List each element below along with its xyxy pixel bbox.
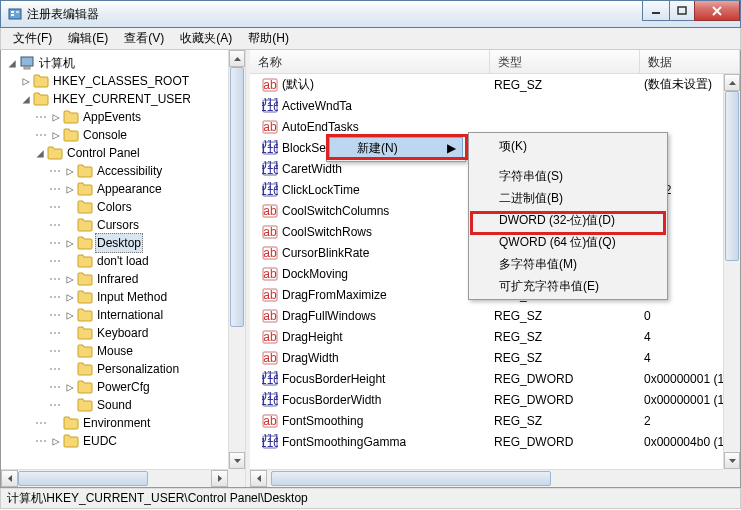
- tree-node[interactable]: ⋯▷EUDC: [5, 432, 245, 450]
- tree-expand-icon[interactable]: ▷: [63, 288, 77, 306]
- tree-expand-icon[interactable]: ▷: [63, 270, 77, 288]
- list-row[interactable]: 011110FontSmoothingGammaREG_DWORD0x00000…: [250, 431, 740, 452]
- svg-rect-3: [16, 11, 19, 13]
- tree-expand-icon[interactable]: ·: [63, 252, 77, 270]
- tree-horizontal-scrollbar[interactable]: [1, 469, 228, 487]
- scroll-up-button[interactable]: [229, 50, 245, 67]
- scroll-thumb[interactable]: [18, 471, 148, 486]
- column-header-name[interactable]: 名称: [250, 50, 490, 73]
- tree-expand-icon[interactable]: ◢: [33, 144, 47, 162]
- menu-edit[interactable]: 编辑(E): [60, 28, 116, 49]
- tree-expand-icon[interactable]: ▷: [63, 162, 77, 180]
- tree-node[interactable]: ⋯▷Console: [5, 126, 245, 144]
- tree-node-root[interactable]: ◢计算机: [5, 54, 245, 72]
- tree-expand-icon[interactable]: ·: [63, 360, 77, 378]
- tree-node-label: Personalization: [95, 360, 181, 378]
- scroll-thumb[interactable]: [230, 67, 244, 327]
- list-row[interactable]: abDragWidthREG_SZ4: [250, 347, 740, 368]
- scroll-down-button[interactable]: [724, 452, 740, 469]
- tree-expand-icon[interactable]: ·: [63, 396, 77, 414]
- tree-node[interactable]: ⋯·Personalization: [5, 360, 245, 378]
- menu-item-qword[interactable]: QWORD (64 位)值(Q): [471, 231, 665, 253]
- tree-node[interactable]: ⋯▷Infrared: [5, 270, 245, 288]
- scroll-track[interactable]: [229, 67, 245, 452]
- tree-expand-icon[interactable]: ·: [63, 198, 77, 216]
- scroll-track[interactable]: [724, 91, 740, 452]
- tree-node[interactable]: ⋯·Colors: [5, 198, 245, 216]
- tree-node[interactable]: ⋯▷AppEvents: [5, 108, 245, 126]
- tree-node[interactable]: ⋯▷International: [5, 306, 245, 324]
- menu-item-multistring[interactable]: 多字符串值(M): [471, 253, 665, 275]
- tree-expand-icon[interactable]: ·: [63, 216, 77, 234]
- scroll-left-button[interactable]: [1, 470, 18, 487]
- menu-item-string[interactable]: 字符串值(S): [471, 165, 665, 187]
- list-vertical-scrollbar[interactable]: [723, 74, 740, 469]
- tree-expand-icon[interactable]: ▷: [63, 180, 77, 198]
- list-row[interactable]: abDragFullWindowsREG_SZ0: [250, 305, 740, 326]
- tree-expand-icon[interactable]: ▷: [19, 72, 33, 90]
- tree-node[interactable]: ⋯·Keyboard: [5, 324, 245, 342]
- column-header-type[interactable]: 类型: [490, 50, 640, 73]
- maximize-button[interactable]: [669, 1, 695, 21]
- tree-node[interactable]: ⋯·don't load: [5, 252, 245, 270]
- close-button[interactable]: [694, 1, 740, 21]
- list-row[interactable]: abFontSmoothingREG_SZ2: [250, 410, 740, 431]
- tree-dotted-line: ⋯: [33, 414, 49, 432]
- tree-node[interactable]: ◢Control Panel: [5, 144, 245, 162]
- list-row[interactable]: 011110FocusBorderWidthREG_DWORD0x0000000…: [250, 389, 740, 410]
- tree-expand-icon[interactable]: ▷: [63, 306, 77, 324]
- value-type: REG_SZ: [490, 78, 640, 92]
- list-row[interactable]: 011110ActiveWndTa: [250, 95, 740, 116]
- scroll-track[interactable]: [267, 470, 723, 487]
- tree-node[interactable]: ⋯·Cursors: [5, 216, 245, 234]
- tree-node[interactable]: ⋯·Environment: [5, 414, 245, 432]
- menu-item-key[interactable]: 项(K): [471, 135, 665, 157]
- scroll-thumb[interactable]: [271, 471, 551, 486]
- scroll-up-button[interactable]: [724, 74, 740, 91]
- tree-expand-icon[interactable]: ·: [49, 414, 63, 432]
- tree-node[interactable]: ⋯▷Input Method: [5, 288, 245, 306]
- tree-vertical-scrollbar[interactable]: [228, 50, 245, 469]
- tree-node[interactable]: ⋯·Sound: [5, 396, 245, 414]
- scroll-thumb[interactable]: [725, 91, 739, 261]
- list-row[interactable]: abDragHeightREG_SZ4: [250, 326, 740, 347]
- tree-expand-icon[interactable]: ◢: [19, 90, 33, 108]
- list-horizontal-scrollbar[interactable]: [250, 469, 740, 487]
- menu-file[interactable]: 文件(F): [5, 28, 60, 49]
- menu-item-binary[interactable]: 二进制值(B): [471, 187, 665, 209]
- scroll-right-button[interactable]: [211, 470, 228, 487]
- scroll-track[interactable]: [18, 470, 211, 487]
- menu-item-expandstring[interactable]: 可扩充字符串值(E): [471, 275, 665, 297]
- value-name: ActiveWndTa: [282, 99, 352, 113]
- menu-view[interactable]: 查看(V): [116, 28, 172, 49]
- tree-node[interactable]: ⋯·Mouse: [5, 342, 245, 360]
- tree-node[interactable]: ⋯▷PowerCfg: [5, 378, 245, 396]
- tree-expand-icon[interactable]: ▷: [49, 108, 63, 126]
- scroll-down-button[interactable]: [229, 452, 245, 469]
- value-bin-icon: 011110: [262, 140, 278, 156]
- registry-tree[interactable]: ◢计算机▷HKEY_CLASSES_ROOT◢HKEY_CURRENT_USER…: [1, 50, 245, 454]
- list-row[interactable]: 011110FocusBorderHeightREG_DWORD0x000000…: [250, 368, 740, 389]
- tree-dotted-line: ⋯: [47, 162, 63, 180]
- tree-expand-icon[interactable]: ▷: [49, 432, 63, 450]
- tree-node[interactable]: ⋯▷Appearance: [5, 180, 245, 198]
- tree-node[interactable]: ⋯▷Desktop: [5, 234, 245, 252]
- value-ab-icon: ab: [262, 203, 278, 219]
- minimize-button[interactable]: [642, 1, 670, 21]
- tree-node[interactable]: ▷HKEY_CLASSES_ROOT: [5, 72, 245, 90]
- tree-node[interactable]: ◢HKEY_CURRENT_USER: [5, 90, 245, 108]
- menu-help[interactable]: 帮助(H): [240, 28, 297, 49]
- tree-expand-icon[interactable]: ▷: [63, 234, 77, 252]
- menu-item-dword[interactable]: DWORD (32-位)值(D): [471, 209, 665, 231]
- tree-expand-icon[interactable]: ▷: [49, 126, 63, 144]
- tree-expand-icon[interactable]: ·: [63, 342, 77, 360]
- scroll-left-button[interactable]: [250, 470, 267, 487]
- main-area: ◢计算机▷HKEY_CLASSES_ROOT◢HKEY_CURRENT_USER…: [0, 50, 741, 488]
- list-row[interactable]: ab(默认)REG_SZ(数值未设置): [250, 74, 740, 95]
- tree-expand-icon[interactable]: ·: [63, 324, 77, 342]
- column-header-data[interactable]: 数据: [640, 50, 740, 73]
- tree-node[interactable]: ⋯▷Accessibility: [5, 162, 245, 180]
- menu-item-new[interactable]: 新建(N) ▶: [329, 137, 463, 159]
- tree-expand-icon[interactable]: ▷: [63, 378, 77, 396]
- menu-favorites[interactable]: 收藏夹(A): [172, 28, 240, 49]
